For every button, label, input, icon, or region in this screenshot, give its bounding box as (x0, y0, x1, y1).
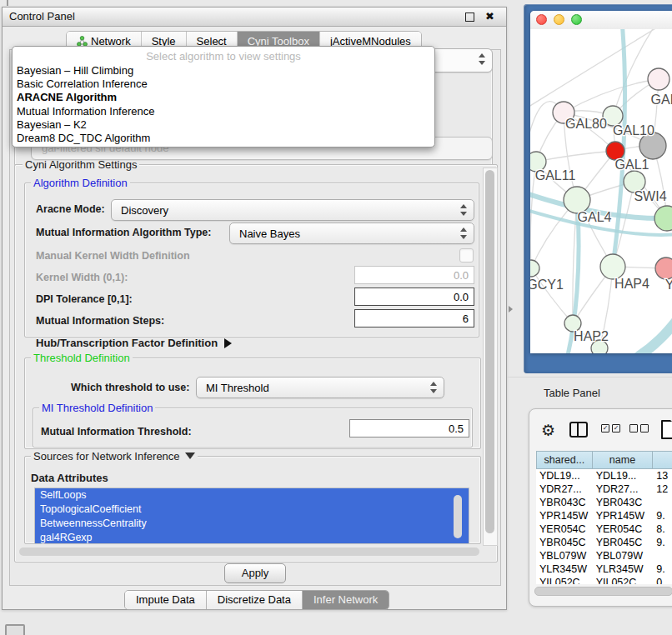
mi-type-combo[interactable]: Naive Bayes (229, 222, 474, 244)
gear-icon[interactable]: ⚙ (541, 419, 555, 441)
minimize-traffic-light[interactable] (554, 14, 564, 25)
table-cell: YDR27... (593, 482, 654, 496)
column-header-extra[interactable] (653, 451, 672, 469)
table-cell: YER054C (536, 522, 593, 536)
table-cell: 13 (653, 469, 672, 482)
dropdown-item-dream8-dc-tdc-algorithm[interactable]: Dream8 DC_TDC Algorithm (13, 132, 434, 145)
table-cell: 12 (653, 482, 672, 496)
table-cell: YER054C (593, 522, 654, 536)
table-row[interactable]: YBL079WYBL079W (536, 549, 672, 562)
table-cell: 9. (653, 562, 672, 576)
column-header-shared-[interactable]: shared... (536, 451, 593, 469)
table-cell: YBR045C (593, 536, 654, 549)
which-threshold-combo[interactable]: MI Threshold (196, 377, 444, 398)
combo-arrows-icon (429, 382, 437, 393)
minimized-panel-icon[interactable] (5, 624, 25, 635)
table-cell (653, 496, 672, 509)
network-node-hap4[interactable] (600, 254, 625, 279)
data-attributes-list[interactable]: SelfLoopsTopologicalCoefficientBetweenne… (34, 488, 469, 544)
network-edge[interactable] (536, 151, 615, 162)
deselect-all-icon-2[interactable] (640, 424, 649, 432)
network-node-gcy1[interactable] (530, 260, 539, 277)
network-edge[interactable] (531, 268, 573, 323)
network-node-y[interactable] (655, 258, 672, 279)
table-row[interactable]: YPR145WYPR145W9. (536, 509, 672, 522)
tab-impute-data[interactable]: Impute Data (125, 591, 206, 609)
settings-hscrollbar-thumb[interactable] (19, 548, 479, 556)
table-row[interactable]: YIL052CYIL052C0. (536, 576, 672, 584)
panel-divider (507, 377, 672, 378)
aracne-mode-value: Discovery (121, 204, 168, 217)
split-view-icon[interactable] (569, 422, 588, 438)
tab-discretize-data[interactable]: Discretize Data (206, 591, 302, 609)
table-cell: YBR043C (536, 496, 593, 509)
attr-item-topologicalcoefficient[interactable]: TopologicalCoefficient (35, 502, 469, 517)
close-traffic-light[interactable] (536, 14, 547, 25)
table-row[interactable]: YER054CYER054C8. (536, 522, 672, 536)
table-cell: YDL19... (593, 469, 654, 482)
dropdown-item-bayesian-k2[interactable]: Bayesian – K2 (13, 118, 434, 132)
attr-item-betweennesscentrality[interactable]: BetweennessCentrality (35, 517, 469, 531)
combo-arrows-icon (478, 53, 485, 65)
deselect-all-icon[interactable] (629, 424, 638, 432)
select-all-icon[interactable]: ✓ (601, 424, 609, 432)
node-label-hap4: HAP4 (614, 277, 649, 291)
network-edge[interactable] (613, 29, 655, 116)
mi-threshold-label: Mutual Information Threshold: (41, 426, 192, 438)
close-icon[interactable]: ✖ (485, 10, 494, 22)
node-label-gal10: GAL10 (613, 123, 654, 138)
table-cell: YDR27... (536, 482, 593, 496)
attr-item-gal4rgexp[interactable]: gal4RGexp (35, 531, 469, 544)
mi-threshold-field[interactable]: 0.5 (349, 419, 469, 438)
dropdown-placeholder: Select algorithm to view settings (13, 47, 434, 64)
select-all-icon-2[interactable]: ✓ (612, 424, 620, 432)
apply-button[interactable]: Apply (224, 563, 286, 583)
node-label-gal1: GAL1 (615, 158, 649, 172)
table-row[interactable]: YLR345WYLR345W9. (536, 562, 672, 576)
network-window-titlebar[interactable] (530, 11, 672, 30)
column-header-name[interactable]: name (593, 451, 654, 469)
sources-group-title[interactable]: Sources for Network Inference (31, 451, 198, 462)
settings-vscrollbar[interactable] (483, 168, 498, 546)
table-row[interactable]: YDL19...YDL19...13 (536, 469, 672, 482)
zoom-traffic-light[interactable] (571, 14, 582, 25)
dropdown-item-aracne-algorithm[interactable]: ARACNE Algorithm (13, 91, 434, 104)
splitter-collapse-icon[interactable] (509, 306, 513, 312)
manual-kernel-checkbox[interactable] (459, 248, 474, 262)
tab-infer-network[interactable]: Infer Network (302, 591, 389, 609)
cyni-bottom-tabs: Impute DataDiscretize DataInfer Network (124, 590, 389, 610)
hub-definition-toggle[interactable]: Hub/Transcription Factor Definition (36, 338, 232, 349)
dpi-tolerance-field[interactable]: 0.0 (354, 288, 474, 306)
table-panel-window: ⚙ ✓ ✓ shared...name YDL19...YDL19...13YD… (529, 408, 672, 607)
kernel-width-field[interactable]: 0.0 (354, 266, 474, 284)
float-window-icon[interactable] (465, 12, 474, 22)
settings-vscrollbar-thumb[interactable] (485, 170, 494, 533)
table-cell: 0. (653, 576, 672, 584)
algorithm-definition-title: Algorithm Definition (31, 178, 130, 188)
network-edge[interactable] (530, 29, 657, 108)
mi-steps-field[interactable]: 6 (354, 309, 474, 328)
aracne-mode-combo[interactable]: Discovery (111, 199, 474, 221)
attr-item-selfloops[interactable]: SelfLoops (35, 488, 469, 502)
document-icon[interactable] (661, 420, 672, 439)
table-header-row: shared...name (536, 451, 672, 469)
network-edge-highlighted[interactable] (629, 311, 672, 353)
table-cell: YIL052C (536, 576, 593, 584)
control-panel-titlebar[interactable]: Control Panel ✖ (3, 8, 506, 27)
table-row[interactable]: YBR045CYBR045C9. (536, 536, 672, 549)
table-hscrollbar-thumb[interactable] (534, 587, 672, 596)
network-canvas[interactable]: GAL7GAL80GAL10GAL1GAL11SWI4GAL4GCY1HAP4Y… (530, 29, 672, 353)
network-node[interactable] (654, 206, 672, 231)
collapse-down-icon (185, 452, 195, 459)
table-row[interactable]: YBR043CYBR043C (536, 496, 672, 509)
network-node-gal7[interactable] (648, 68, 669, 90)
threshold-definition-title: Threshold Definition (31, 352, 133, 363)
dropdown-item-bayesian-hill-climbing[interactable]: Bayesian – Hill Climbing (13, 64, 434, 78)
node-table: shared...name YDL19...YDL19...13YDR27...… (536, 451, 672, 584)
table-cell: 9. (653, 536, 672, 549)
table-row[interactable]: YDR27...YDR27...12 (536, 482, 672, 496)
dpi-tolerance-label: DPI Tolerance [0,1]: (36, 293, 133, 305)
dropdown-item-basic-correlation-inference[interactable]: Basic Correlation Inference (13, 78, 434, 91)
list-scrollbar-thumb[interactable] (454, 495, 462, 538)
dropdown-item-mutual-information-inference[interactable]: Mutual Information Inference (13, 105, 434, 118)
